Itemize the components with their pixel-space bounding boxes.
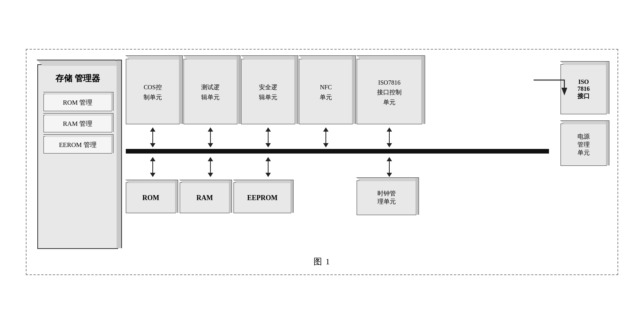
eerom-manage-box: EEROM 管理 <box>43 136 112 154</box>
right-section: ISO7816接口 电源管理单元 <box>561 64 607 166</box>
arrow-line-b5 <box>389 161 390 173</box>
arrowhead-up-4 <box>323 127 329 132</box>
diagram-area: 存储 管理器 ROM 管理 RAM 管理 EEROM 管理 <box>37 59 607 249</box>
clock-box: 时钟管理单元 <box>357 180 416 215</box>
arrow-ud-1 <box>150 127 155 147</box>
diagram-wrapper: 存储 管理器 ROM 管理 RAM 管理 EEROM 管理 <box>26 49 618 275</box>
arrow-line-b1 <box>152 161 153 173</box>
test-label: 测试逻辑单元 <box>201 82 220 102</box>
rom-label: ROM <box>142 194 159 202</box>
security-logic-unit: 安全逻辑单元 <box>241 59 295 124</box>
diagram-title: 图 1 <box>37 256 607 267</box>
rom-box: ROM <box>126 182 176 213</box>
arrowhead-up-b1 <box>150 157 155 161</box>
iso7816-control-unit: ISO7816接口控制单元 <box>357 59 422 124</box>
arrow-ud-below-3 <box>265 157 271 177</box>
arrow-col-4 <box>299 126 353 149</box>
arrow-col-5 <box>357 126 422 149</box>
storage-manager-title: 存储 管理器 <box>38 65 117 90</box>
arrowhead-up-2 <box>208 127 213 132</box>
storage-manager-box: 存储 管理器 ROM 管理 RAM 管理 EEROM 管理 <box>37 64 118 249</box>
iso7816-port-box: ISO7816接口 <box>561 64 607 114</box>
ram-manage-box: RAM 管理 <box>43 115 112 132</box>
arrow-ud-below-5 <box>387 157 392 177</box>
page-container: 存储 管理器 ROM 管理 RAM 管理 EEROM 管理 <box>0 0 644 324</box>
eeprom-label: EEPROM <box>247 194 278 202</box>
clock-label: 时钟管理单元 <box>377 190 396 206</box>
power-box: 电源管理单元 <box>561 124 607 166</box>
arrowhead-up-5 <box>387 127 392 132</box>
arrowhead-up-b2 <box>208 157 213 161</box>
middle-section: COS控制单元 测试逻辑单元 安全逻辑单元 NFC单元 <box>126 59 549 215</box>
logic-units-row: COS控制单元 测试逻辑单元 安全逻辑单元 NFC单元 <box>126 59 549 124</box>
arrows-row-top <box>126 126 549 149</box>
arrowhead-down-1 <box>150 143 155 147</box>
iso7816-port-label: ISO7816接口 <box>577 78 590 100</box>
arrow-ud-5 <box>387 127 392 147</box>
ram-box: RAM <box>180 182 230 213</box>
arrow-col-below-3 <box>241 154 295 180</box>
arrow-ud-below-1 <box>150 157 155 177</box>
rom-manage-label: ROM 管理 <box>63 99 93 106</box>
system-bus-row: 系统总线 <box>126 149 549 154</box>
eeprom-box: EEPROM <box>234 182 291 213</box>
arrow-ud-3 <box>265 127 271 147</box>
test-logic-unit: 测试逻辑单元 <box>184 59 237 124</box>
arrow-line-3 <box>268 132 269 143</box>
arrowhead-up-b5 <box>387 157 392 161</box>
cos-label: COS控制单元 <box>143 82 162 102</box>
nfc-label: NFC单元 <box>320 82 332 102</box>
arrow-col-below-2 <box>184 154 237 180</box>
arrow-col-below-5 <box>357 154 422 180</box>
arrowhead-down-4 <box>323 143 329 147</box>
arrow-line-b2 <box>210 161 211 173</box>
security-label: 安全逻辑单元 <box>259 82 277 102</box>
eerom-manage-label: EEROM 管理 <box>59 141 97 149</box>
arrow-line-1 <box>152 132 153 143</box>
arrow-col-3 <box>241 126 295 149</box>
rom-manage-box: ROM 管理 <box>43 94 112 111</box>
iso7816-ctrl-label: ISO7816接口控制单元 <box>377 78 402 107</box>
arrow-line-5 <box>389 132 390 143</box>
arrowhead-up-b3 <box>265 157 271 161</box>
ram-manage-label: RAM 管理 <box>63 120 93 127</box>
arrowhead-up-1 <box>150 127 155 132</box>
arrowhead-down-2 <box>208 143 213 147</box>
arrow-col-below-1 <box>126 154 180 180</box>
nfc-unit: NFC单元 <box>299 59 353 124</box>
arrows-row-below <box>126 154 549 180</box>
diagram-content: 存储 管理器 ROM 管理 RAM 管理 EEROM 管理 <box>37 59 607 249</box>
arrowhead-down-b3 <box>265 173 271 177</box>
power-label: 电源管理单元 <box>577 133 590 157</box>
arrowhead-down-b2 <box>208 173 213 177</box>
arrowhead-down-5 <box>387 143 392 147</box>
arrowhead-down-b5 <box>387 173 392 177</box>
arrowhead-down-3 <box>265 143 271 147</box>
arrowhead-down-b1 <box>150 173 155 177</box>
arrow-ud-below-2 <box>208 157 213 177</box>
arrow-line-b3 <box>268 161 269 173</box>
arrow-col-2 <box>184 126 237 149</box>
system-bus-line: 系统总线 <box>126 149 549 154</box>
arrow-ud-2 <box>208 127 213 147</box>
arrow-col-1 <box>126 126 180 149</box>
arrow-line-2 <box>210 132 211 143</box>
arrow-ud-4 <box>323 127 329 147</box>
arrowhead-up-3 <box>265 127 271 132</box>
bottom-row: ROM RAM EEPROM 时钟管理单元 <box>126 180 549 215</box>
ram-label: RAM <box>197 194 213 202</box>
cos-control-unit: COS控制单元 <box>126 59 180 124</box>
arrow-line-4 <box>325 132 327 143</box>
